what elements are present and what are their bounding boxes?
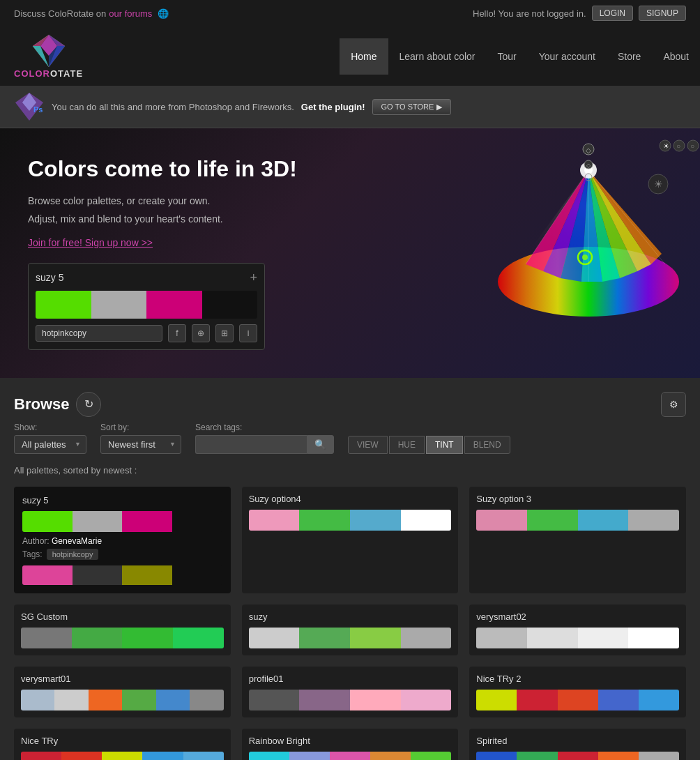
swatch [476,690,517,710]
view-btn-tint[interactable]: TINT [426,436,463,454]
palette-facebook-btn[interactable]: f [168,324,186,342]
palette-swatches [21,690,224,710]
palette-item[interactable]: profile01 [242,667,459,717]
palette-name: SG Custom [21,611,224,622]
palette-item[interactable]: Spirited [469,729,686,760]
view-btn-view[interactable]: VIEW [348,436,388,454]
hero-section: Colors come to life in 3D! Browse color … [0,128,700,378]
sortby-select[interactable]: Newest first Oldest first Most popular [100,435,181,454]
tab-home[interactable]: Home [340,38,388,75]
palette-swatches [476,510,679,531]
palette-swatches [249,752,452,760]
tab-about[interactable]: About [652,38,700,75]
swatch [401,690,452,710]
palette-item[interactable]: verysmart02 [469,605,686,655]
logo-area: COLOROTATE [0,26,97,86]
hero-desc2: Adjust, mix and blend to your heart's co… [28,211,297,227]
logo-text-area: COLOROTATE [14,68,83,79]
swatch [142,752,183,760]
tab-store[interactable]: Store [607,38,652,75]
swatch [350,628,401,648]
show-control: Show: All palettes [14,423,86,454]
swatch [122,511,172,532]
palette-item[interactable]: SG Custom [14,605,231,655]
search-tags-control: Search tags: 🔍 [195,423,334,454]
swatch [299,628,350,648]
search-button[interactable]: 🔍 [307,435,334,454]
palette-name: Spirited [476,736,679,746]
palette-item[interactable]: Nice TRy 2 [469,667,686,717]
show-select-wrap: All palettes [14,435,86,454]
sort-info: All palettes, sorted by newest : [14,465,686,476]
hero-palette-card: suzy 5 + f ⊕ ⊞ i [28,263,265,350]
filter-button[interactable]: ⚙ [661,392,686,417]
swatch [122,690,155,710]
swatch [639,752,679,760]
palette-grid-btn[interactable]: ⊞ [215,324,234,342]
tab-account[interactable]: Your account [528,38,607,75]
palette-name: suzy [249,611,452,622]
swatch-2 [91,291,147,319]
palette-item[interactable]: suzy [242,605,459,655]
search-input[interactable] [195,435,307,454]
palette-name: profile01 [249,674,452,684]
palette-name: Nice TRy [21,736,224,746]
svg-text:◇: ◇ [586,146,591,154]
swatch [122,628,173,648]
swatch [558,690,598,710]
palette-item[interactable]: Nice TRy [14,729,231,760]
palette-card-swatches [36,291,257,319]
forums-link[interactable]: our forums [109,8,152,19]
palette-swatches [21,628,224,648]
palette-item-featured[interactable]: suzy 5 Author: GenevaMarie Tags: hotpink… [14,487,231,593]
palette-featured-name: suzy 5 [22,495,222,506]
login-button[interactable]: LOGIN [592,6,633,21]
palette-add-button[interactable]: + [250,271,257,285]
palette-tag-input[interactable] [36,325,162,342]
swatch [350,690,401,710]
hero-signup-link[interactable]: Join for free! Sign up now >> [28,237,153,248]
hello-text: Hello! You are not logged in. [473,8,586,19]
view-btn-hue[interactable]: HUE [389,436,425,454]
palette-item[interactable]: Suzy option 3 [469,487,686,593]
palette-share-btn[interactable]: ⊕ [192,324,210,342]
swatch [401,628,452,648]
hero-text: Colors come to life in 3D! Browse color … [28,156,297,350]
swatch [299,510,350,531]
palette-info-btn[interactable]: i [239,324,257,342]
swatch [476,628,527,648]
search-input-wrap: 🔍 [195,435,334,454]
svg-text:☀: ☀ [654,178,663,190]
palette-item[interactable]: Suzy option4 [242,487,459,593]
swatch [476,510,527,531]
show-label: Show: [14,423,86,432]
swatch [578,510,629,531]
palette-name: Suzy option 3 [476,494,679,504]
tab-learn[interactable]: Learn about color [388,38,487,75]
refresh-button[interactable]: ↻ [76,392,101,417]
swatch [598,752,639,760]
swatch [517,690,557,710]
show-select[interactable]: All palettes [14,435,86,454]
swatch [558,752,598,760]
palette-item[interactable]: verysmart01 [14,667,231,717]
plugin-icon: Ps [14,91,45,122]
browse-top-row: Browse ↻ ⚙ [14,392,686,417]
plugin-text: You can do all this and more from Photos… [52,102,294,112]
swatch [21,752,61,760]
palette-item[interactable]: Rainbow Bright [242,729,459,760]
swatch [102,752,142,760]
swatch-1 [36,291,91,319]
browse-title: Browse [14,395,69,413]
palette-card-header: suzy 5 + [36,271,257,285]
swatch [22,511,73,532]
tab-tour[interactable]: Tour [486,38,527,75]
signup-button[interactable]: SIGNUP [639,6,686,21]
swatch [172,511,222,532]
logo-rotate: OTATE [50,68,83,79]
view-btn-blend[interactable]: BLEND [464,436,510,454]
palette-author: Author: GenevaMarie [22,536,222,546]
swatch [639,690,679,710]
swatch-4 [202,291,258,319]
go-to-store-button[interactable]: GO TO STORE ▶ [372,99,452,115]
